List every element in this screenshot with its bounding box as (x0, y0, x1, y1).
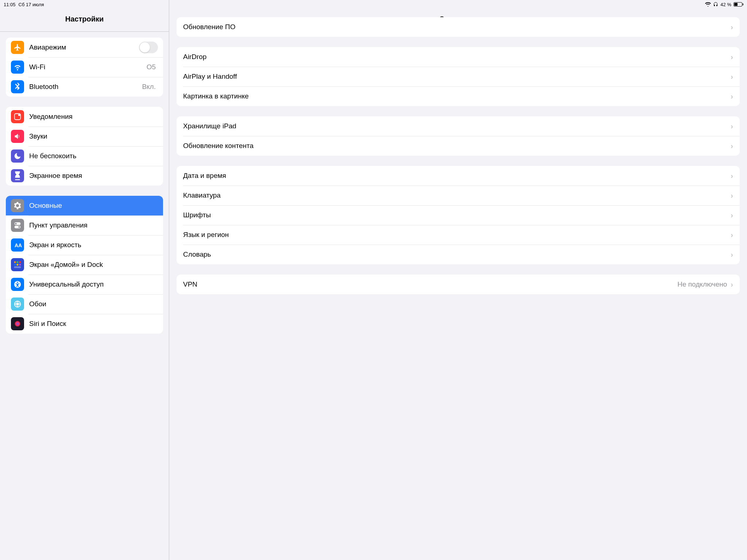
wallpaper-icon (11, 298, 24, 311)
sidebar-item-label: Пункт управления (29, 221, 158, 229)
sidebar-item-display[interactable]: AAЭкран и яркость (6, 235, 163, 255)
airplane-icon (11, 41, 24, 54)
sidebar-item-notifications[interactable]: Уведомления (6, 107, 163, 127)
main-panel: Обновление ПО›AirDrop›AirPlay и Handoff›… (169, 9, 467, 350)
svg-rect-9 (19, 261, 21, 263)
display-icon: AA (11, 238, 24, 252)
sidebar-item-general[interactable]: Основные (6, 196, 163, 215)
main-item-dictionary[interactable]: Словарь› (177, 245, 467, 264)
svg-point-3 (15, 223, 17, 225)
sidebar-group: АвиарежимWi-FiO5BluetoothВкл. (6, 38, 163, 97)
status-date: Сб 17 июля (19, 2, 44, 7)
sidebar-item-label: Wi-Fi (29, 63, 147, 71)
svg-rect-11 (17, 264, 19, 266)
general-icon (11, 199, 24, 212)
svg-point-18 (14, 320, 21, 327)
sidebar-item-label: Экранное время (29, 172, 158, 180)
svg-point-15 (17, 282, 18, 283)
sidebar-item-label: Авиарежим (29, 43, 139, 51)
sidebar-item-screentime[interactable]: Экранное время (6, 166, 163, 186)
main-item-label: AirPlay и Handoff (183, 73, 467, 81)
svg-rect-7 (14, 261, 16, 263)
sidebar-item-label: Обои (29, 300, 158, 308)
main-item-keyboard[interactable]: Клавиатура› (177, 186, 467, 205)
main-item-language[interactable]: Язык и регион› (177, 225, 467, 245)
main-item-label: Хранилище iPad (183, 122, 467, 130)
sounds-icon (11, 130, 24, 143)
status-bar: 11:05 Сб 17 июля 42 % (0, 0, 467, 9)
sidebar-item-label: Экран «Домой» и Dock (29, 261, 158, 269)
sidebar-item-label: Универсальный доступ (29, 280, 158, 288)
dnd-icon (11, 149, 24, 163)
sidebar-item-label: Siri и Поиск (29, 320, 158, 328)
sidebar-item-label: Звуки (29, 132, 158, 140)
sidebar-item-accessibility[interactable]: Универсальный доступ (6, 275, 163, 294)
sidebar-item-label: Не беспокоить (29, 152, 158, 160)
main-item-airdrop[interactable]: AirDrop› (177, 47, 467, 67)
sidebar-item-label: Bluetooth (29, 83, 142, 91)
wifi-icon (11, 61, 24, 74)
main-item-swupdate[interactable]: Обновление ПО› (177, 17, 467, 37)
main-group: Обновление ПО› (177, 17, 467, 37)
airplane-toggle[interactable] (139, 42, 158, 53)
sidebar-item-airplane[interactable]: Авиарежим (6, 38, 163, 57)
main-item-label: VPN (183, 280, 467, 288)
sidebar-item-value: Вкл. (142, 83, 156, 91)
notifications-icon (11, 110, 24, 123)
svg-rect-10 (14, 264, 16, 266)
sidebar[interactable]: АвиарежимWi-FiO5BluetoothВкл.Уведомления… (0, 32, 169, 350)
sidebar-item-wifi[interactable]: Wi-FiO5 (6, 57, 163, 77)
main-item-airplay[interactable]: AirPlay и Handoff› (177, 67, 467, 86)
sidebar-item-home[interactable]: Экран «Домой» и Dock (6, 255, 163, 275)
main-item-label: Язык и регион (183, 231, 467, 239)
sidebar-item-label: Уведомления (29, 113, 158, 121)
main-group: Дата и время›Клавиатура›Шрифты›Язык и ре… (177, 166, 467, 264)
main-item-storage[interactable]: Хранилище iPad› (177, 116, 467, 136)
svg-point-5 (18, 226, 20, 228)
main-group: Хранилище iPad›Обновление контента› (177, 116, 467, 156)
svg-rect-12 (19, 264, 21, 266)
siri-icon (11, 317, 24, 330)
main-item-label: Клавиатура (183, 191, 467, 199)
home-icon (11, 258, 24, 271)
controlcenter-icon (11, 219, 24, 232)
main-item-bgrefresh[interactable]: Обновление контента› (177, 136, 467, 156)
accessibility-icon (11, 278, 24, 291)
sidebar-item-controlcenter[interactable]: Пункт управления (6, 215, 163, 235)
svg-point-1 (18, 114, 20, 116)
sidebar-item-value: O5 (147, 63, 156, 71)
svg-text:AA: AA (15, 242, 22, 248)
main-item-label: Словарь (183, 250, 467, 258)
sidebar-item-siri[interactable]: Siri и Поиск (6, 314, 163, 334)
sidebar-item-sounds[interactable]: Звуки (6, 127, 163, 146)
status-time: 11:05 (4, 2, 16, 7)
svg-rect-13 (14, 267, 21, 268)
main-item-datetime[interactable]: Дата и время› (177, 166, 467, 186)
main-item-pip[interactable]: Картинка в картинке› (177, 86, 467, 106)
main-item-label: Обновление контента (183, 142, 467, 150)
sidebar-title: Настройки (0, 9, 169, 29)
svg-rect-8 (17, 261, 19, 263)
main-item-label: Дата и время (183, 172, 467, 180)
sidebar-item-wallpaper[interactable]: Обои (6, 294, 163, 314)
main-item-label: Шрифты (183, 211, 467, 219)
main-item-label: Картинка в картинке (183, 92, 467, 100)
sidebar-item-label: Экран и яркость (29, 241, 158, 249)
sidebar-item-dnd[interactable]: Не беспокоить (6, 146, 163, 166)
sidebar-group: ОсновныеПункт управленияAAЭкран и яркост… (6, 196, 163, 334)
main-group: VPNНе подключено› (177, 275, 467, 294)
sidebar-group: УведомленияЗвукиНе беспокоитьЭкранное вр… (6, 107, 163, 186)
screentime-icon (11, 169, 24, 182)
main-item-vpn[interactable]: VPNНе подключено› (177, 275, 467, 294)
main-item-fonts[interactable]: Шрифты› (177, 205, 467, 225)
main-group: AirDrop›AirPlay и Handoff›Картинка в кар… (177, 47, 467, 106)
sidebar-item-bluetooth[interactable]: BluetoothВкл. (6, 77, 163, 97)
sidebar-item-label: Основные (29, 202, 158, 210)
bluetooth-icon (11, 80, 24, 93)
main-item-label: AirDrop (183, 53, 467, 61)
main-item-label: Обновление ПО (183, 23, 467, 31)
